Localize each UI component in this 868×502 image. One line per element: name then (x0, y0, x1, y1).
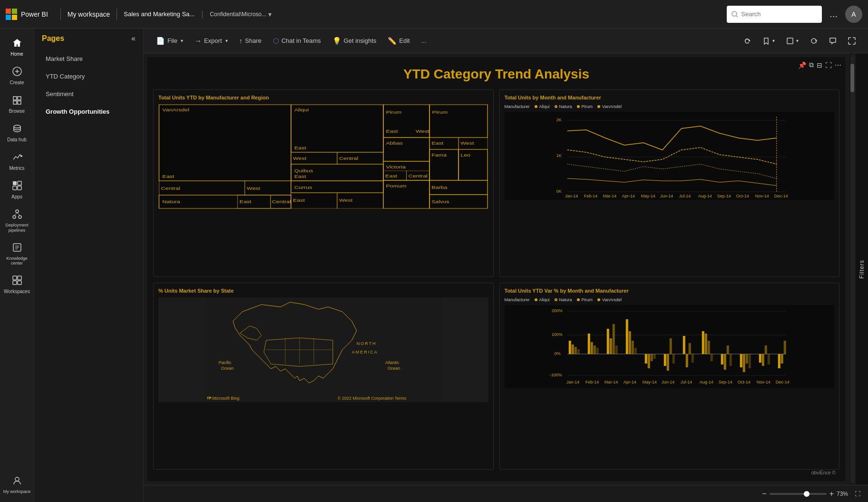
topbar-divider2 (117, 9, 117, 20)
sidebar-item-create[interactable]: Create (1, 61, 33, 89)
svg-text:Aug-14: Aug-14 (699, 380, 713, 384)
svg-text:Nov-14: Nov-14 (755, 194, 769, 198)
svg-rect-15 (13, 181, 17, 185)
sidebar-item-home[interactable]: Home (1, 32, 33, 61)
search-input[interactable] (741, 10, 808, 18)
zoom-out-button[interactable]: − (762, 490, 766, 498)
copy-icon[interactable]: ⧉ (809, 61, 814, 69)
ms-logo-group: Power BI (6, 9, 50, 20)
map-svg: NORTH AMERICA Pacific Ocean Atlantic Oce… (158, 297, 488, 402)
pin-icon[interactable]: 📌 (798, 61, 806, 69)
svg-text:Quibus: Quibus (294, 168, 313, 173)
line-chart-svg: 2K 1K 0K (505, 112, 835, 200)
svg-point-32 (15, 477, 19, 481)
svg-rect-175 (778, 354, 780, 368)
chat-teams-button[interactable]: ⬡ Chat in Teams (268, 34, 326, 48)
pages-title: Pages (42, 34, 64, 43)
sidebar-pages: Pages « Market Share YTD Category Sentim… (34, 29, 144, 502)
search-box[interactable] (727, 6, 822, 23)
canvas-scrollbar[interactable] (849, 53, 855, 485)
canvas-scroll: 📌 ⧉ ⊟ ⛶ ⋯ YTD Category Trend Analysis To… (144, 53, 849, 485)
bar-chart-svg: 200% 100% 0% -100% (505, 305, 835, 388)
bookmark-button[interactable]: ▾ (758, 34, 780, 48)
scrollbar-thumb[interactable] (850, 64, 854, 92)
insights-button[interactable]: 💡 Get insights (328, 34, 381, 48)
zoom-slider-thumb[interactable] (804, 491, 809, 497)
avatar[interactable]: A (845, 6, 862, 23)
svg-rect-17 (13, 186, 17, 190)
page-market-share[interactable]: Market Share (42, 50, 136, 67)
page-ytd-category[interactable]: YTD Category (42, 68, 136, 85)
toolbar-more-button[interactable]: ... (417, 34, 431, 47)
svg-rect-136 (590, 342, 593, 354)
svg-point-13 (14, 125, 20, 128)
edit-icon: ✏️ (388, 37, 397, 45)
svg-text:Jul-14: Jul-14 (679, 194, 691, 198)
svg-text:🗺 Microsoft Bing: 🗺 Microsoft Bing (207, 396, 240, 401)
svg-rect-140 (609, 338, 612, 354)
svg-rect-171 (759, 354, 761, 363)
filters-panel[interactable]: Filters (855, 53, 868, 485)
page-growth-opportunities[interactable]: Growth Opportunities (42, 103, 136, 120)
svg-point-19 (16, 210, 19, 213)
sidebar-item-workspaces[interactable]: Workspaces (1, 270, 33, 298)
workspace-label[interactable]: My workspace (68, 10, 110, 18)
map-chart[interactable]: NORTH AMERICA Pacific Ocean Atlantic Oce… (158, 297, 488, 402)
sidebar-collapse-button[interactable]: « (131, 34, 136, 43)
svg-rect-144 (628, 331, 631, 354)
bottom-bar: − + 73% ⛶ (144, 485, 868, 502)
treemap-chart-box: Total Units YTD by Manufacturer and Regi… (153, 89, 494, 277)
topbar-more-button[interactable]: ... (826, 7, 841, 21)
svg-text:Natura: Natura (162, 199, 181, 204)
comment-button[interactable] (824, 34, 841, 48)
refresh-button[interactable] (805, 34, 822, 48)
zoom-in-button[interactable]: + (829, 490, 834, 498)
fit-page-button[interactable]: ⛶ (855, 491, 860, 497)
edit-button[interactable]: ✏️ Edit (383, 34, 414, 48)
zoom-slider[interactable] (770, 493, 827, 495)
sidebar-item-my-workspace[interactable]: My workspace (1, 470, 33, 498)
bar-chart-box: Total Units YTD Var % by Month and Manuf… (499, 283, 840, 470)
share-button[interactable]: ↑ Share (234, 34, 266, 48)
file-icon: 📄 (156, 37, 165, 45)
svg-rect-9 (13, 97, 17, 100)
scrollbar-track[interactable] (850, 54, 854, 484)
knowledge-icon (10, 241, 24, 254)
undo-button[interactable] (739, 34, 756, 48)
export-button[interactable]: → Export ▾ (190, 34, 233, 48)
canvas-more-icon[interactable]: ⋯ (835, 61, 841, 69)
view-button[interactable]: ▾ (781, 34, 803, 48)
file-button[interactable]: 📄 File ▾ (151, 34, 188, 48)
report-name[interactable]: Sales and Marketing Sa... (124, 10, 195, 18)
sidebar-item-data-hub[interactable]: Data hub (1, 118, 33, 147)
filter-icon[interactable]: ⊟ (817, 61, 822, 69)
svg-rect-173 (764, 345, 767, 354)
svg-rect-161 (707, 341, 710, 354)
svg-text:East: East (162, 174, 174, 179)
page-sentiment[interactable]: Sentiment (42, 86, 136, 102)
line-chart-visual[interactable]: 2K 1K 0K (505, 112, 835, 200)
sidebar-item-metrics[interactable]: Metrics (1, 147, 33, 175)
svg-rect-146 (634, 348, 636, 354)
filters-label[interactable]: Filters (858, 260, 865, 279)
nav-deployment-label: Deployment pipelines (3, 223, 31, 233)
sidebar-item-deployment[interactable]: Deployment pipelines (1, 204, 33, 237)
canvas-area: 📌 ⧉ ⊟ ⛶ ⋯ YTD Category Trend Analysis To… (144, 53, 868, 485)
nav-browse-label: Browse (9, 108, 25, 114)
fullscreen-button[interactable] (843, 34, 860, 48)
svg-rect-164 (723, 354, 726, 370)
svg-text:200%: 200% (551, 308, 562, 313)
bookmark-icon (762, 37, 770, 45)
svg-point-20 (13, 216, 16, 218)
sidebar-item-knowledge[interactable]: Knowledge center (1, 237, 33, 270)
svg-rect-141 (612, 324, 614, 354)
sidebar-item-apps[interactable]: Apps (1, 175, 33, 204)
expand-icon[interactable]: ⛶ (825, 61, 832, 69)
left-nav: Home Create Browse Data hub Metrics (0, 29, 34, 502)
bar-chart-visual[interactable]: 200% 100% 0% -100% (505, 305, 835, 388)
treemap-chart[interactable]: VanArsdel East Central West Natur (158, 104, 488, 209)
confidential-dropdown-icon[interactable]: ▾ (268, 10, 272, 18)
svg-text:West: West (247, 186, 260, 191)
sidebar-item-browse[interactable]: Browse (1, 89, 33, 118)
svg-rect-159 (702, 331, 704, 354)
